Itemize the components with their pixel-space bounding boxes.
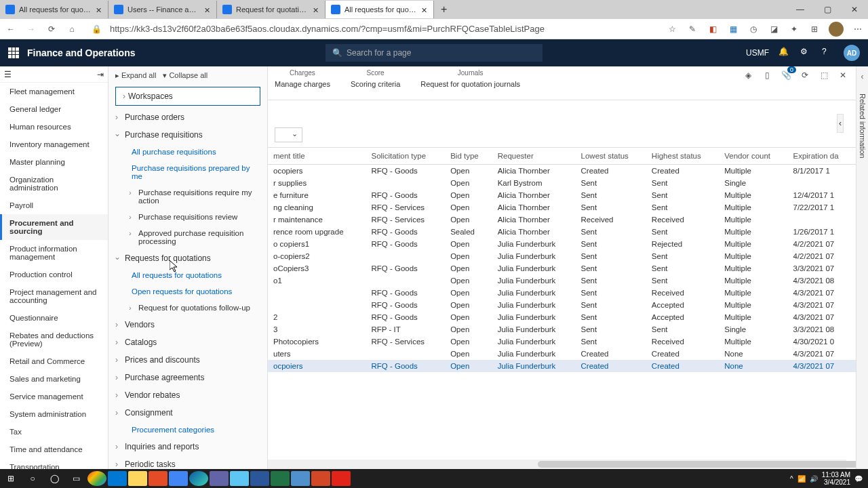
- outlook-app[interactable]: [108, 471, 127, 486]
- explorer-app[interactable]: [128, 471, 147, 486]
- module-item[interactable]: Rebates and deductions (Preview): [0, 327, 108, 352]
- help-icon[interactable]: ?: [822, 47, 834, 59]
- tray-volume-icon[interactable]: 🔊: [810, 475, 818, 483]
- table-row[interactable]: r maintenanceRFQ - ServicesOpenAlicia Th…: [268, 214, 856, 226]
- nav-item[interactable]: Periodic tasks: [108, 455, 267, 469]
- nav-item[interactable]: Inquiries and reports: [108, 438, 267, 455]
- ext-icon-1[interactable]: ✎: [686, 23, 698, 35]
- app-5[interactable]: [149, 471, 167, 486]
- refresh-button[interactable]: ⟳: [45, 22, 58, 36]
- nav-item[interactable]: All requests for quotations: [108, 267, 267, 283]
- nav-item[interactable]: Purchase agreements: [108, 369, 267, 386]
- browser-tab[interactable]: All requests for quotations -- Fi...✕: [0, 1, 108, 18]
- module-item[interactable]: Payroll: [0, 197, 108, 214]
- nav-item[interactable]: Approved purchase requisition processing: [108, 225, 267, 249]
- attach-icon[interactable]: ◈: [742, 69, 754, 81]
- office-icon[interactable]: ▯: [761, 69, 773, 81]
- url-field[interactable]: https://kk3-ds13v2f60f2a03ba6e63f5aos.cl…: [110, 24, 659, 34]
- ext-icon-5[interactable]: ◪: [768, 23, 780, 35]
- nav-item[interactable]: Open requests for quotations: [108, 283, 267, 300]
- browser-menu-icon[interactable]: ⋯: [852, 23, 864, 35]
- table-row[interactable]: rence room upgradeRFQ - GoodsSealedAlici…: [268, 226, 856, 238]
- nav-item[interactable]: Purchase orders: [108, 108, 267, 126]
- nav-item[interactable]: Vendor rebates: [108, 386, 267, 404]
- column-header[interactable]: Lowest status: [576, 148, 646, 165]
- word-app[interactable]: [250, 471, 269, 486]
- ext-icon-3[interactable]: ▦: [727, 23, 739, 35]
- nav-item[interactable]: Purchase requisitions review: [108, 209, 267, 225]
- nav-item[interactable]: Requests for quotations: [108, 249, 267, 267]
- table-row[interactable]: ng cleaningRFQ - ServicesOpenAlicia Thor…: [268, 201, 856, 214]
- table-row[interactable]: ocpoiersRFQ - GoodsOpenJulia FunderburkC…: [268, 360, 856, 372]
- nav-item[interactable]: Request for quotations follow-up: [108, 300, 267, 316]
- filter-dropdown[interactable]: [275, 127, 302, 142]
- teams-app[interactable]: [210, 471, 229, 486]
- forward-button[interactable]: →: [24, 22, 38, 36]
- hamburger-icon[interactable]: ☰: [4, 70, 12, 79]
- module-item[interactable]: Time and attendance: [0, 441, 108, 458]
- tray-network-icon[interactable]: 📶: [797, 475, 806, 483]
- rail-chevron-icon[interactable]: ‹: [861, 66, 864, 87]
- module-item[interactable]: Transportation management: [0, 458, 108, 469]
- module-item[interactable]: System administration: [0, 405, 108, 423]
- column-header[interactable]: Requester: [492, 148, 576, 165]
- column-header[interactable]: ment title: [268, 148, 366, 165]
- settings-icon[interactable]: ⚙: [800, 47, 812, 59]
- window-maximize[interactable]: ▢: [814, 0, 841, 19]
- rfq-journals-button[interactable]: Request for quotation journals: [420, 78, 520, 90]
- chrome-app[interactable]: [87, 471, 106, 486]
- module-item[interactable]: Human resources: [0, 118, 108, 136]
- module-item[interactable]: Product information management: [0, 240, 108, 266]
- nav-item[interactable]: Prices and discounts: [108, 351, 267, 369]
- scoring-criteria-button[interactable]: Scoring criteria: [351, 78, 400, 90]
- module-item[interactable]: Sales and marketing: [0, 370, 108, 388]
- tab-close-icon[interactable]: ✕: [421, 6, 428, 13]
- user-avatar[interactable]: AD: [844, 45, 860, 61]
- refresh-action-icon[interactable]: ⟳: [799, 69, 811, 81]
- nav-item[interactable]: Purchase requisitions require my action: [108, 184, 267, 209]
- browser-tab[interactable]: Users -- Finance and Operations✕: [108, 1, 217, 18]
- nav-item[interactable]: Purchase requisitions: [108, 126, 267, 144]
- pin-icon[interactable]: ⇥: [97, 70, 104, 79]
- module-item[interactable]: Master planning: [0, 153, 108, 171]
- rfq-grid[interactable]: ment titleSolicitation typeBid typeReque…: [268, 148, 856, 372]
- clock[interactable]: 11:03 AM 3/4/2021: [822, 471, 850, 486]
- nav-item[interactable]: Purchase requisitions prepared by me: [108, 160, 267, 184]
- app-11[interactable]: [291, 471, 310, 486]
- module-item[interactable]: General ledger: [0, 100, 108, 118]
- module-item[interactable]: Retail and Commerce: [0, 352, 108, 370]
- module-item[interactable]: Organization administration: [0, 171, 108, 197]
- nav-item[interactable]: Catalogs: [108, 333, 267, 351]
- notification-center-icon[interactable]: 💬: [854, 475, 863, 483]
- module-item[interactable]: Questionnaire: [0, 309, 108, 327]
- ext-icon-2[interactable]: ◧: [707, 23, 719, 35]
- edge-app[interactable]: [189, 471, 208, 486]
- excel-app[interactable]: [271, 471, 290, 486]
- column-header[interactable]: Highest status: [646, 148, 719, 165]
- powerpoint-app[interactable]: [311, 471, 330, 486]
- notification-icon[interactable]: 🔔: [778, 47, 791, 59]
- horizontal-scrollbar[interactable]: [268, 460, 846, 469]
- notepad-app[interactable]: [230, 471, 249, 486]
- pin-action-icon[interactable]: 📎0: [780, 69, 792, 81]
- workspaces-button[interactable]: ›Workspaces: [115, 87, 260, 106]
- column-header[interactable]: Vendor count: [719, 148, 787, 165]
- tray-chevron[interactable]: ^: [790, 475, 793, 483]
- taskview-icon[interactable]: ▭: [65, 469, 87, 488]
- profile-avatar[interactable]: [829, 22, 844, 37]
- window-close[interactable]: ✕: [841, 0, 868, 19]
- column-header[interactable]: Bid type: [445, 148, 492, 165]
- nav-item[interactable]: Consignment: [108, 404, 267, 422]
- popout-icon[interactable]: ⬚: [818, 69, 830, 81]
- module-item[interactable]: Fleet management: [0, 83, 108, 100]
- acrobat-app[interactable]: [332, 471, 351, 486]
- table-row[interactable]: RFQ - GoodsOpenJulia FunderburkSentAccep…: [268, 299, 856, 311]
- tab-close-icon[interactable]: ✕: [96, 6, 102, 13]
- nav-item[interactable]: All purchase requisitions: [108, 144, 267, 160]
- manage-charges-button[interactable]: Manage charges: [275, 78, 330, 90]
- app-launcher-icon[interactable]: [8, 47, 19, 58]
- tab-close-icon[interactable]: ✕: [204, 6, 211, 13]
- ext-icon-7[interactable]: ⊞: [808, 23, 821, 35]
- tab-close-icon[interactable]: ✕: [313, 6, 319, 13]
- module-item[interactable]: Procurement and sourcing: [0, 214, 108, 240]
